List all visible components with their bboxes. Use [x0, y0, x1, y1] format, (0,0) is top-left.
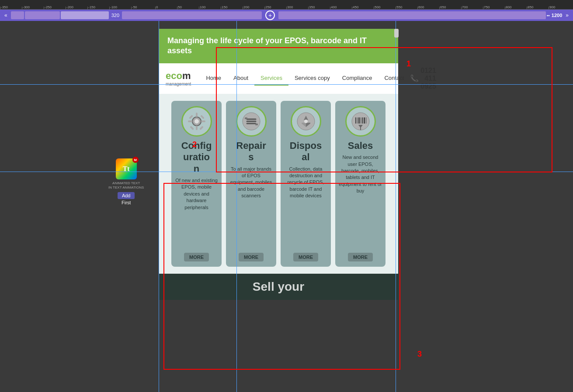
scroll-indicator	[396, 29, 397, 168]
svg-rect-20	[357, 117, 358, 124]
service-desc-sales: New and second user EPOS, barcode, mobil…	[339, 154, 382, 249]
toolbar-right: ▪▪ 1200	[547, 13, 563, 18]
nav-item-home[interactable]: Home	[200, 71, 227, 86]
service-card-sales: Sales New and second user EPOS, barcode,…	[335, 101, 385, 267]
service-title-sales: Sales	[348, 140, 373, 151]
toolbar-seg-active	[61, 11, 109, 19]
more-button-sales[interactable]: MORE	[348, 253, 373, 261]
phone-icon: 📞	[410, 74, 419, 83]
toolbar: « 320 + ▪▪ 1200 »	[0, 10, 573, 21]
widget-buttons: Add First	[118, 192, 135, 205]
svg-rect-6	[189, 115, 193, 119]
label-1: 1	[406, 59, 411, 69]
toolbar-right-arrow[interactable]: »	[563, 11, 571, 19]
toolbar-zoom-value: 1200	[552, 13, 562, 18]
service-card-repairs: Repairs To all major brands of EPOS equi…	[226, 101, 276, 267]
svg-rect-5	[201, 120, 205, 122]
guide-vertical-1	[159, 21, 159, 392]
guide-horizontal-1	[0, 84, 573, 85]
service-card-configuration: Configuration Of new and existing EPOS, …	[171, 101, 222, 267]
svg-rect-14	[245, 117, 247, 119]
nav-item-compliance[interactable]: Compliance	[336, 71, 379, 86]
guide-horizontal-2	[0, 172, 573, 172]
svg-rect-25	[366, 117, 366, 124]
svg-rect-3	[196, 126, 198, 130]
svg-rect-23	[362, 117, 363, 124]
svg-rect-4	[188, 120, 192, 122]
widget-box: Tt M ANIMATED TEXT IN TEXT ANIMATIONS Ad…	[108, 158, 144, 205]
nav-item-contact[interactable]: Contact	[378, 71, 410, 86]
svg-rect-15	[255, 124, 258, 125]
nav-item-services-copy[interactable]: Services copy	[288, 71, 336, 86]
service-icon-sales	[345, 106, 376, 137]
toolbar-zoom-icon: ▪▪	[547, 13, 550, 18]
barcode-icon	[350, 110, 372, 132]
more-button-repairs[interactable]: MORE	[239, 253, 264, 261]
svg-rect-24	[364, 117, 365, 124]
svg-rect-8	[199, 126, 203, 130]
widget-add-button[interactable]: Add	[118, 192, 135, 199]
toolbar-left-arrow[interactable]: «	[2, 11, 10, 19]
service-title-repairs: Repairs	[236, 140, 266, 163]
canvas-area: Managing the life cycle of your EPOS, ba…	[0, 21, 573, 392]
ruler-top: -350 -300 -250 -200 -150 -100 -50 0 50 1…	[0, 0, 573, 10]
widget-badge: M	[132, 157, 139, 163]
services-section: Configuration Of new and existing EPOS, …	[159, 94, 398, 274]
services-grid: Configuration Of new and existing EPOS, …	[166, 101, 391, 267]
nav-item-about[interactable]: About	[227, 71, 254, 86]
svg-rect-22	[361, 117, 361, 124]
widget-icon-container: Tt M	[116, 158, 137, 179]
svg-rect-21	[358, 117, 360, 124]
label-2: 2	[192, 140, 197, 149]
phone-area: 📞 01214110925	[410, 67, 436, 90]
widget-label-line1: ANIMATED TEXT	[108, 181, 144, 186]
service-icon-disposal	[291, 106, 321, 137]
widget-labels: ANIMATED TEXT IN TEXT ANIMATIONS	[108, 181, 144, 190]
svg-rect-19	[355, 117, 356, 124]
recycle-icon	[295, 110, 317, 132]
guide-vertical-2	[236, 21, 237, 392]
scroll-handle[interactable]	[394, 29, 399, 38]
widget-label-line2: IN TEXT ANIMATIONS	[108, 186, 144, 190]
logo-nav-row: ecom management Home About Services Serv…	[159, 63, 398, 94]
gear-icon	[186, 110, 208, 132]
svg-rect-2	[196, 113, 198, 117]
service-icon-configuration	[181, 106, 212, 137]
more-button-configuration[interactable]: MORE	[184, 253, 209, 261]
toolbar-seg-2	[25, 11, 60, 19]
repair-icon	[240, 110, 262, 132]
service-desc-configuration: Of new and existing EPOS, mobile devices…	[175, 177, 218, 249]
svg-rect-7	[200, 115, 205, 119]
toolbar-seg-1	[11, 11, 24, 19]
toolbar-center-label: 320	[110, 13, 121, 18]
service-title-disposal: Disposal	[290, 140, 322, 163]
svg-point-17	[304, 120, 308, 123]
phone-number: 01214110925	[420, 67, 436, 90]
nav-menu: Home About Services Services copy Compli…	[200, 71, 410, 86]
nav-item-services[interactable]: Services	[254, 71, 288, 86]
service-desc-repairs: To all major brands of EPOS equipment, m…	[229, 166, 273, 249]
service-icon-repairs	[236, 106, 267, 137]
widget-icon: Tt M	[116, 158, 137, 179]
hero-banner: Managing the life cycle of your EPOS, ba…	[159, 29, 398, 63]
bottom-text: Sell your	[253, 280, 304, 294]
toolbar-seg-5	[278, 11, 546, 19]
bottom-preview: Sell your	[159, 274, 398, 300]
service-desc-disposal: Collection, data destruction and recycle…	[284, 166, 327, 249]
svg-rect-9	[190, 126, 194, 130]
hero-text: Managing the life cycle of your EPOS, ba…	[167, 36, 389, 56]
label-3: 3	[417, 350, 422, 359]
toolbar-seg-4	[122, 11, 262, 19]
toolbar-center-handle[interactable]: +	[265, 10, 275, 20]
widget-first-label: First	[122, 200, 131, 205]
service-card-disposal: Disposal Collection, data destruction an…	[281, 101, 331, 267]
svg-point-1	[194, 119, 199, 124]
website-canvas: Managing the life cycle of your EPOS, ba…	[159, 29, 398, 300]
more-button-disposal[interactable]: MORE	[293, 253, 318, 261]
logo-brand: ecom	[166, 70, 191, 82]
